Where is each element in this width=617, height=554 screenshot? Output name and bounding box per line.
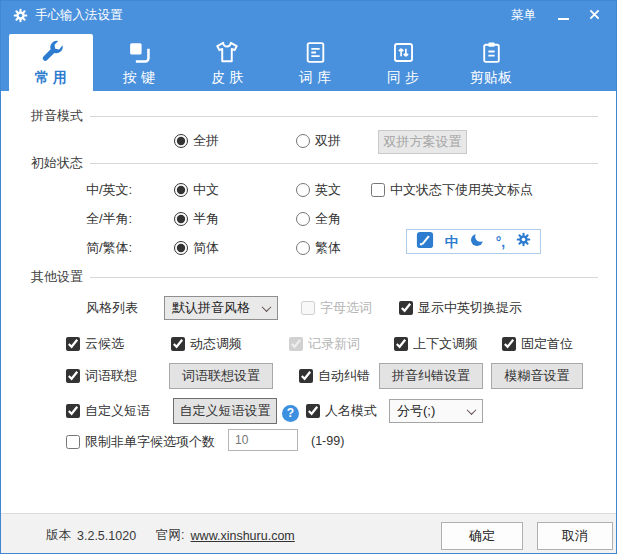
full-pinyin-radio[interactable]: 全拼 bbox=[174, 130, 219, 152]
context-freq-checkbox[interactable]: 上下文调频 bbox=[394, 333, 478, 355]
radio[interactable] bbox=[296, 241, 310, 255]
chevron-down-icon bbox=[262, 302, 272, 312]
tab-label: 常 用 bbox=[35, 69, 67, 87]
limit-range-note: (1-99) bbox=[311, 434, 344, 448]
minimize-icon bbox=[558, 18, 569, 20]
official-site-link[interactable]: www.xinshuru.com bbox=[191, 529, 295, 543]
tab-skin[interactable]: 皮 肤 bbox=[185, 34, 269, 91]
radio[interactable] bbox=[296, 212, 310, 226]
simplified-radio[interactable]: 简体 bbox=[174, 237, 219, 259]
checkbox-label: 自动纠错 bbox=[318, 367, 370, 385]
pinyin-correct-settings-button[interactable]: 拼音纠错设置 bbox=[379, 363, 483, 389]
radio-label: 半角 bbox=[193, 210, 219, 228]
gear-icon bbox=[13, 8, 28, 23]
help-button[interactable]: ? bbox=[282, 402, 299, 424]
checkbox-label: 固定首位 bbox=[521, 335, 573, 353]
checkbox[interactable] bbox=[66, 369, 80, 383]
chinese-radio[interactable]: 中文 bbox=[174, 179, 219, 201]
full-width-radio[interactable]: 全角 bbox=[296, 208, 341, 230]
name-mode-dropdown[interactable]: 分号(;) bbox=[389, 399, 483, 423]
tab-sync[interactable]: 同 步 bbox=[361, 34, 445, 91]
checkbox[interactable] bbox=[502, 337, 516, 351]
section-title: 初始状态 bbox=[31, 154, 83, 172]
checkbox[interactable] bbox=[171, 337, 185, 351]
menu-button[interactable]: 菜单 bbox=[511, 7, 536, 24]
minimize-button[interactable] bbox=[558, 6, 569, 24]
dynamic-freq-checkbox[interactable]: 动态调频 bbox=[171, 333, 242, 355]
name-mode-checkbox[interactable]: 人名模式 bbox=[306, 400, 377, 422]
tab-label: 按 键 bbox=[123, 69, 155, 87]
checkbox[interactable] bbox=[399, 301, 413, 315]
radio[interactable] bbox=[296, 183, 310, 197]
limit-count-input[interactable] bbox=[228, 429, 298, 451]
ime-logo-icon bbox=[416, 231, 434, 253]
dropdown-value: 默认拼音风格 bbox=[172, 299, 250, 317]
section-other-settings: 其他设置 bbox=[31, 268, 598, 286]
word-assoc-checkbox[interactable]: 词语联想 bbox=[66, 365, 137, 387]
custom-phrase-checkbox[interactable]: 自定义短语 bbox=[66, 400, 150, 422]
checkbox[interactable] bbox=[394, 337, 408, 351]
row-label: 中/英文: bbox=[86, 179, 132, 201]
chevron-down-icon bbox=[467, 405, 477, 415]
tab-keys[interactable]: 按 键 bbox=[97, 34, 181, 91]
traditional-radio[interactable]: 繁体 bbox=[296, 237, 341, 259]
cancel-button[interactable]: 取消 bbox=[537, 522, 613, 550]
version-value: 3.2.5.1020 bbox=[77, 529, 136, 543]
section-title: 其他设置 bbox=[31, 268, 83, 286]
switch-tip-checkbox[interactable]: 显示中英切换提示 bbox=[399, 297, 522, 319]
divider bbox=[90, 277, 598, 278]
radio-label: 中文 bbox=[193, 181, 219, 199]
double-pinyin-radio[interactable]: 双拼 bbox=[296, 130, 341, 152]
window-title: 手心输入法设置 bbox=[35, 7, 123, 24]
checkbox[interactable] bbox=[66, 337, 80, 351]
double-pinyin-scheme-button[interactable]: 双拼方案设置 bbox=[378, 130, 467, 154]
close-button[interactable] bbox=[589, 6, 600, 24]
document-icon bbox=[303, 36, 328, 68]
checkbox-label: 记录新词 bbox=[308, 335, 360, 353]
radio[interactable] bbox=[296, 134, 310, 148]
record-new-words-checkbox[interactable]: 记录新词 bbox=[289, 333, 360, 355]
titlebar: 手心输入法设置 菜单 bbox=[1, 1, 616, 29]
checkbox-label: 中文状态下使用英文标点 bbox=[390, 181, 533, 199]
checkbox[interactable] bbox=[371, 183, 385, 197]
tab-lexicon[interactable]: 词 库 bbox=[273, 34, 357, 91]
style-dropdown[interactable]: 默认拼音风格 bbox=[164, 296, 278, 320]
checkbox[interactable] bbox=[66, 404, 80, 418]
english-punct-checkbox[interactable]: 中文状态下使用英文标点 bbox=[371, 179, 533, 201]
chinese-mode-icon: 中 bbox=[445, 235, 459, 249]
checkbox-label: 限制非单字候选项个数 bbox=[85, 433, 215, 451]
radio[interactable] bbox=[174, 212, 188, 226]
clipboard-icon bbox=[479, 36, 504, 68]
tab-general[interactable]: 常 用 bbox=[9, 34, 93, 91]
autocorrect-checkbox[interactable]: 自动纠错 bbox=[299, 365, 370, 387]
radio[interactable] bbox=[174, 241, 188, 255]
checkbox bbox=[289, 337, 303, 351]
cloud-candidate-checkbox[interactable]: 云候选 bbox=[66, 333, 124, 355]
divider bbox=[90, 116, 598, 117]
radio[interactable] bbox=[174, 134, 188, 148]
checkbox[interactable] bbox=[306, 404, 320, 418]
checkbox bbox=[301, 301, 315, 315]
radio[interactable] bbox=[174, 183, 188, 197]
english-radio[interactable]: 英文 bbox=[296, 179, 341, 201]
fixed-first-checkbox[interactable]: 固定首位 bbox=[502, 333, 573, 355]
tab-label: 皮 肤 bbox=[211, 69, 243, 87]
site-label: 官网: bbox=[156, 527, 184, 544]
limit-candidates-checkbox[interactable]: 限制非单字候选项个数 bbox=[66, 431, 215, 453]
radio-label: 双拼 bbox=[315, 132, 341, 150]
ok-button[interactable]: 确定 bbox=[441, 522, 523, 550]
radio-label: 英文 bbox=[315, 181, 341, 199]
half-width-radio[interactable]: 半角 bbox=[174, 208, 219, 230]
checkbox-label: 云候选 bbox=[85, 335, 124, 353]
fuzzy-sound-settings-button[interactable]: 模糊音设置 bbox=[491, 363, 583, 389]
letter-select-checkbox[interactable]: 字母选词 bbox=[301, 297, 372, 319]
radio-label: 全拼 bbox=[193, 132, 219, 150]
custom-phrase-settings-button[interactable]: 自定义短语设置 bbox=[173, 398, 277, 424]
checkbox[interactable] bbox=[299, 369, 313, 383]
footer: 版本 3.2.5.1020 官网: www.xinshuru.com 确定 取消 bbox=[1, 513, 616, 554]
checkbox[interactable] bbox=[66, 435, 80, 449]
word-assoc-settings-button[interactable]: 词语联想设置 bbox=[169, 363, 273, 389]
punctuation-icon: °, bbox=[496, 235, 506, 249]
tab-clipboard[interactable]: 剪贴板 bbox=[449, 34, 533, 91]
row-label: 全/半角: bbox=[86, 208, 132, 230]
